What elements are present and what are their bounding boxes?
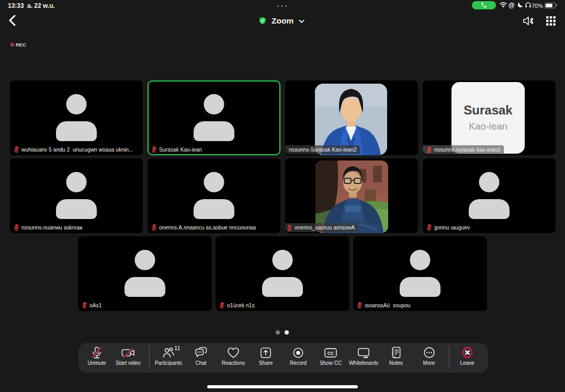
svg-text:CC: CC: [327, 350, 334, 355]
